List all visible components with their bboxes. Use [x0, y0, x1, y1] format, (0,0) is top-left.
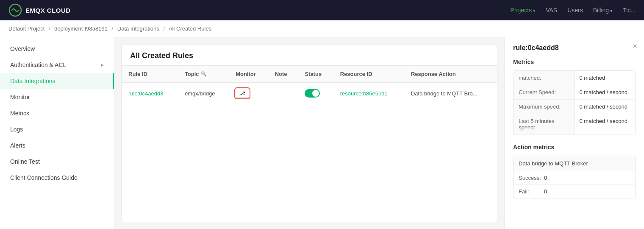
cell-note [268, 83, 298, 104]
breadcrumb-current: All Created Rules [169, 25, 211, 32]
col-topic: Topic 🔍 [178, 66, 229, 83]
header-nav: Projects VAS Users Billing Tic... [511, 7, 636, 14]
action-metrics-section-title: Action metrics [513, 144, 636, 151]
logo: EMQX CLOUD [8, 3, 71, 17]
cell-topic: emqx/bridge [178, 83, 229, 104]
sidebar: Overview Authentication & ACL ▸ Data Int… [0, 37, 114, 229]
col-resource-id: Resource ID [333, 66, 404, 83]
rules-table: Rule ID Topic 🔍 Monitor Note Status Reso… [122, 66, 497, 104]
breadcrumb-sep-3: / [163, 25, 165, 32]
metric-matched-label: matched: [514, 71, 575, 85]
resource-id-link[interactable]: resource:b86e5bd1 [340, 90, 388, 97]
metric-current-speed-value: 0 matched / second [575, 85, 636, 100]
col-note: Note [268, 66, 298, 83]
metric-last5-label: Last 5 minutes speed: [514, 114, 575, 135]
action-success-value: 0 [544, 175, 547, 181]
action-metric-fail-row: Fail: 0 [514, 185, 635, 198]
action-fail-label: Fail: [519, 188, 544, 195]
logo-text: EMQX CLOUD [25, 7, 71, 14]
sidebar-item-client-connections-guide[interactable]: Client Connections Guide [0, 170, 114, 186]
monitor-button[interactable]: ⎇ [236, 89, 249, 98]
breadcrumb-sep-2: / [112, 25, 114, 32]
action-metrics-card: Data bridge to MQTT Broker Success: 0 Fa… [513, 156, 636, 198]
status-toggle[interactable] [305, 89, 320, 98]
nav-billing[interactable]: Billing [593, 7, 613, 14]
cell-resource-id: resource:b86e5bd1 [333, 83, 404, 104]
action-card-header: Data bridge to MQTT Broker [514, 156, 635, 171]
cell-response-action: Data bridge to MQTT Bro... [404, 83, 497, 104]
cell-rule-id: rule:0c4aedd8 [122, 83, 178, 104]
col-rule-id: Rule ID [122, 66, 178, 83]
right-panel: rule:0c4aedd8 × Metrics matched: 0 match… [504, 37, 644, 229]
breadcrumb: Default Project / deployment-t98a8191 / … [0, 20, 644, 37]
nav-vas[interactable]: VAS [546, 7, 557, 14]
main-content: All Created Rules Rule ID Topic 🔍 Monito… [114, 37, 504, 229]
cell-status [298, 83, 333, 104]
metric-max-speed-label: Maximum speed: [514, 100, 575, 114]
metrics-grid: matched: 0 matched Current Speed: 0 matc… [513, 70, 636, 135]
table-header-row: Rule ID Topic 🔍 Monitor Note Status Reso… [122, 66, 497, 83]
sidebar-item-data-integrations[interactable]: Data Integrations [0, 73, 114, 89]
rule-id-link[interactable]: rule:0c4aedd8 [128, 90, 163, 97]
metrics-section-title: Metrics [513, 59, 636, 65]
search-icon[interactable]: 🔍 [201, 71, 207, 77]
action-metric-success-row: Success: 0 [514, 171, 635, 185]
cell-monitor: ⎇ [229, 83, 268, 104]
sidebar-item-metrics[interactable]: Metrics [0, 105, 114, 121]
col-status: Status [298, 66, 333, 83]
col-response-action: Response Action [404, 66, 497, 83]
sidebar-item-online-test[interactable]: Online Test [0, 154, 114, 170]
metric-last5-value: 0 matched / second [575, 114, 636, 135]
chart-icon: ⎇ [239, 90, 245, 96]
sidebar-item-logs[interactable]: Logs [0, 121, 114, 137]
action-fail-value: 0 [544, 188, 547, 195]
chevron-right-icon: ▸ [101, 62, 104, 68]
action-success-label: Success: [519, 175, 544, 181]
close-icon[interactable]: × [633, 42, 637, 50]
layout: Overview Authentication & ACL ▸ Data Int… [0, 37, 644, 229]
nav-users[interactable]: Users [567, 7, 583, 14]
col-monitor: Monitor [229, 66, 268, 83]
breadcrumb-deployment[interactable]: deployment-t98a8191 [54, 25, 108, 32]
table-row: rule:0c4aedd8 emqx/bridge ⎇ [122, 83, 497, 104]
header: EMQX CLOUD Projects VAS Users Billing Ti… [0, 0, 644, 20]
sidebar-item-overview[interactable]: Overview [0, 41, 114, 57]
page-title: All Created Rules [122, 45, 497, 66]
breadcrumb-sep-1: / [49, 25, 50, 32]
breadcrumb-default-project[interactable]: Default Project [8, 25, 44, 32]
sidebar-item-alerts[interactable]: Alerts [0, 137, 114, 154]
sidebar-item-auth-acl[interactable]: Authentication & ACL ▸ [0, 57, 114, 73]
rules-card: All Created Rules Rule ID Topic 🔍 Monito… [121, 44, 497, 222]
metric-current-speed-label: Current Speed: [514, 85, 575, 100]
breadcrumb-data-integrations[interactable]: Data Integrations [117, 25, 159, 32]
metric-max-speed-value: 0 matched / second [575, 100, 636, 114]
panel-title: rule:0c4aedd8 [513, 44, 636, 52]
nav-tickets[interactable]: Tic... [623, 7, 636, 14]
metric-matched-value: 0 matched [575, 71, 636, 85]
sidebar-item-monitor[interactable]: Monitor [0, 89, 114, 105]
emqx-logo-icon [8, 3, 22, 17]
nav-projects[interactable]: Projects [511, 7, 536, 14]
